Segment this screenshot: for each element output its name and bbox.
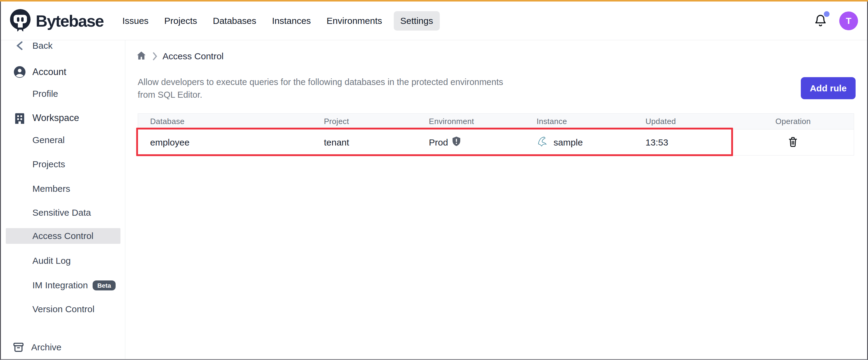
- home-icon[interactable]: [136, 50, 147, 62]
- column-header-database: Database: [138, 114, 324, 129]
- shield-protected-icon: [452, 136, 461, 149]
- sidebar-item-access-control[interactable]: Access Control: [1, 229, 125, 243]
- sidebar-back-button[interactable]: Back: [1, 40, 125, 53]
- nav-item-environments[interactable]: Environments: [326, 11, 383, 31]
- delete-rule-button[interactable]: [786, 135, 800, 150]
- nav-item-databases[interactable]: Databases: [212, 11, 257, 31]
- cell-instance: sample: [534, 129, 634, 156]
- column-header-operation: Operation: [733, 114, 854, 129]
- sidebar-section-account: Account: [1, 65, 125, 79]
- nav-item-projects[interactable]: Projects: [163, 11, 198, 31]
- sidebar-item-members[interactable]: Members: [1, 182, 125, 196]
- column-header-project: Project: [324, 114, 428, 129]
- building-icon: [13, 111, 26, 124]
- environment-name: Prod: [429, 137, 448, 148]
- sidebar-item-projects[interactable]: Projects: [1, 157, 125, 171]
- cell-project: tenant: [324, 129, 428, 156]
- access-rules-table: Database Project Environment Instance Up…: [138, 113, 854, 156]
- bytebase-logo[interactable]: Bytebase: [9, 9, 103, 33]
- settings-sidebar: Back Account Profile Workspace General P…: [1, 40, 125, 359]
- sidebar-item-archive[interactable]: Archive: [1, 340, 125, 355]
- table-header-row: Database Project Environment Instance Up…: [138, 114, 854, 129]
- nav-item-settings[interactable]: Settings: [394, 11, 440, 31]
- chevron-left-icon: [13, 41, 26, 51]
- column-header-instance: Instance: [534, 114, 634, 129]
- beta-badge: Beta: [93, 281, 116, 290]
- trash-icon: [787, 144, 798, 149]
- sidebar-item-general[interactable]: General: [1, 133, 125, 147]
- nav-item-issues[interactable]: Issues: [121, 11, 150, 31]
- sidebar-item-im-integration[interactable]: IM Integration Beta: [1, 278, 125, 293]
- cell-environment: Prod: [428, 129, 534, 156]
- page-description: Allow developers to execute queries for …: [138, 76, 516, 101]
- sidebar-item-sensitive-data[interactable]: Sensitive Data: [1, 205, 125, 220]
- add-rule-button[interactable]: Add rule: [801, 77, 856, 99]
- window-frame: [0, 0, 868, 360]
- page-title: Access Control: [162, 51, 224, 61]
- instance-name: sample: [554, 137, 583, 148]
- top-navbar: Bytebase Issues Projects Databases Insta…: [1, 1, 867, 40]
- mysql-icon: [536, 136, 550, 149]
- avatar[interactable]: T: [839, 11, 858, 30]
- breadcrumb-chevron-icon: [152, 52, 158, 61]
- sidebar-item-profile[interactable]: Profile: [1, 87, 125, 101]
- breadcrumb: Access Control: [136, 50, 224, 62]
- sidebar-item-audit-log[interactable]: Audit Log: [1, 254, 125, 268]
- nav-item-instances[interactable]: Instances: [271, 11, 312, 31]
- column-header-environment: Environment: [428, 114, 534, 129]
- bytebase-logo-icon: [9, 9, 31, 33]
- sidebar-section-workspace: Workspace: [1, 111, 125, 125]
- sidebar-item-version-control[interactable]: Version Control: [1, 302, 125, 317]
- notification-bell-button[interactable]: [814, 13, 827, 28]
- bell-icon: [814, 24, 827, 29]
- user-icon: [13, 66, 26, 78]
- window-top-strip: [0, 0, 868, 1]
- archive-icon: [12, 341, 25, 353]
- column-header-updated: Updated: [634, 114, 733, 129]
- brand-wordmark: Bytebase: [36, 11, 103, 30]
- cell-operation: [733, 129, 854, 156]
- nav-links: Issues Projects Databases Instances Envi…: [121, 11, 453, 31]
- cell-updated: 13:53: [634, 129, 733, 156]
- cell-database: employee: [138, 129, 324, 156]
- notification-dot: [824, 11, 830, 17]
- table-row: employee tenant Prod: [138, 129, 854, 156]
